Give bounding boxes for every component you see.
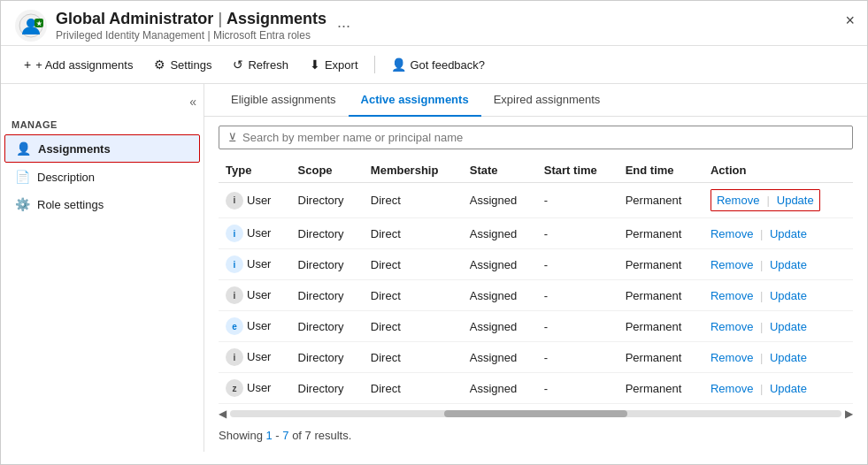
remove-link[interactable]: Remove [711,227,753,240]
role-settings-icon: ⚙️ [15,197,30,211]
plus-icon: + [24,57,31,72]
update-link[interactable]: Update [770,320,807,333]
assignments-icon: 👤 [16,141,31,156]
cell-start-time: - [537,373,618,404]
assignments-table: Type Scope Membership State Start time E… [219,158,853,404]
cell-end-time: Permanent [618,218,703,249]
cell-type: iUser [219,280,291,311]
remove-link[interactable]: Remove [711,289,753,302]
action-separator: | [757,289,766,302]
update-link[interactable]: Update [770,289,807,302]
settings-button[interactable]: ⚙ Settings [145,53,220,76]
search-icon: ⊻ [228,131,237,144]
cell-action: Remove | Update [703,342,853,373]
remove-link[interactable]: Remove [711,320,753,333]
sidebar-item-role-settings-label: Role settings [37,198,104,211]
cell-type: iUser [219,218,291,249]
sidebar-item-assignments[interactable]: 👤 Assignments [4,134,200,163]
remove-link[interactable]: Remove [711,382,753,395]
remove-link[interactable]: Remove [717,194,759,207]
settings-label: Settings [170,58,211,72]
cell-start-time: - [537,311,618,342]
cell-start-time: - [537,280,618,311]
cell-action: Remove | Update [703,183,853,218]
action-separator: | [757,382,766,395]
col-start-time: Start time [537,158,618,183]
header-ellipsis-button[interactable]: ··· [337,17,350,35]
cell-start-time: - [537,249,618,280]
remove-link[interactable]: Remove [711,351,753,364]
cell-scope: Directory [291,342,364,373]
cell-start-time: - [537,183,618,218]
footer-prefix: Showing [219,429,265,442]
cell-state: Assigned [463,342,537,373]
cell-end-time: Permanent [618,280,703,311]
cell-start-time: - [537,342,618,373]
cell-state: Assigned [463,249,537,280]
remove-link[interactable]: Remove [711,258,753,271]
col-end-time: End time [618,158,703,183]
sidebar-collapse: « [1,91,204,116]
cell-end-time: Permanent [618,342,703,373]
cell-action: Remove | Update [703,373,853,404]
horizontal-scrollbar[interactable]: ◀ ▶ [204,404,867,423]
update-link[interactable]: Update [770,258,807,271]
cell-type: iUser [219,249,291,280]
cell-scope: Directory [291,373,364,404]
cell-type: eUser [219,311,291,342]
table-row: zUserDirectoryDirectAssigned-PermanentRe… [219,373,853,404]
cell-type: zUser [219,373,291,404]
col-state: State [463,158,537,183]
search-input[interactable] [242,131,843,144]
cell-scope: Directory [291,280,364,311]
footer-range-sep: - [273,429,283,442]
action-separator: | [757,320,766,333]
update-link[interactable]: Update [770,382,807,395]
update-link[interactable]: Update [770,227,807,240]
sidebar-item-role-settings[interactable]: ⚙️ Role settings [4,191,200,217]
type-icon: i [226,348,243,366]
type-icon: e [226,317,243,335]
action-separator: | [757,258,766,271]
feedback-button[interactable]: 👤 Got feedback? [382,53,495,76]
cell-membership: Direct [364,373,463,404]
update-link[interactable]: Update [777,194,814,207]
cell-scope: Directory [291,249,364,280]
svg-point-1 [27,19,35,27]
table-row: iUserDirectoryDirectAssigned-PermanentRe… [219,280,853,311]
tab-active[interactable]: Active assignments [349,84,481,117]
update-link[interactable]: Update [770,351,807,364]
add-assignments-label: + Add assignments [35,58,133,72]
cell-action: Remove | Update [703,218,853,249]
tab-expired[interactable]: Expired assignments [481,84,613,117]
cell-membership: Direct [364,311,463,342]
toolbar-divider [374,56,375,73]
app-title: Global Administrator [56,10,213,27]
sidebar-collapse-button[interactable]: « [189,95,196,109]
cell-state: Assigned [463,183,537,218]
tab-eligible[interactable]: Eligible assignments [219,84,349,117]
add-assignments-button[interactable]: + + Add assignments [15,53,142,76]
col-action: Action [703,158,853,183]
table-row: iUserDirectoryDirectAssigned-PermanentRe… [219,249,853,280]
footer-range-start: 1 [265,429,272,442]
refresh-button[interactable]: ↺ Refresh [224,53,297,76]
sidebar-item-description[interactable]: 📄 Description [4,164,200,190]
sidebar-manage-label: Manage [1,116,204,133]
cell-type: iUser [219,183,291,218]
cell-membership: Direct [364,342,463,373]
scroll-left-icon[interactable]: ◀ [219,408,227,420]
cell-scope: Directory [291,218,364,249]
col-scope: Scope [291,158,364,183]
footer-total: 7 [305,429,311,442]
avatar: ★ [15,10,47,42]
close-button[interactable]: × [845,11,855,30]
cell-membership: Direct [364,280,463,311]
footer-suffix: results. [311,429,352,442]
scroll-track[interactable] [230,410,841,417]
scroll-right-icon[interactable]: ▶ [845,408,853,420]
cell-scope: Directory [291,311,364,342]
scroll-thumb[interactable] [444,410,627,417]
export-button[interactable]: ⬇ Export [301,53,367,76]
cell-end-time: Permanent [618,311,703,342]
